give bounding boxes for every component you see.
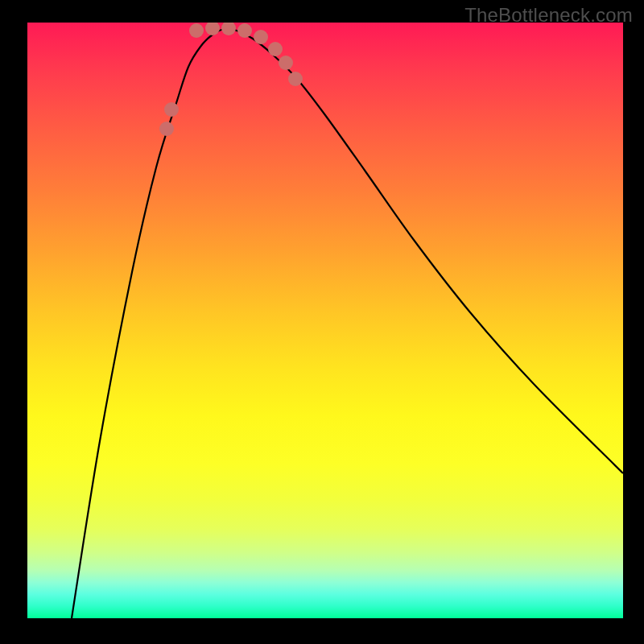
highlight-dot [268,42,283,56]
highlight-dot [279,56,293,70]
chart-svg [27,23,623,618]
bottleneck-curve [72,29,623,618]
highlight-dot [189,23,204,38]
chart-frame: TheBottleneck.com [0,0,644,644]
watermark-text: TheBottleneck.com [464,4,633,27]
highlight-dot [254,30,268,44]
highlight-dot [221,23,236,35]
highlight-dot [237,23,252,38]
highlight-dot [159,122,174,136]
highlight-dot [288,72,303,86]
plot-area [27,23,623,618]
highlight-dot [205,23,220,35]
highlight-dots [159,23,303,136]
highlight-dot [164,102,179,117]
